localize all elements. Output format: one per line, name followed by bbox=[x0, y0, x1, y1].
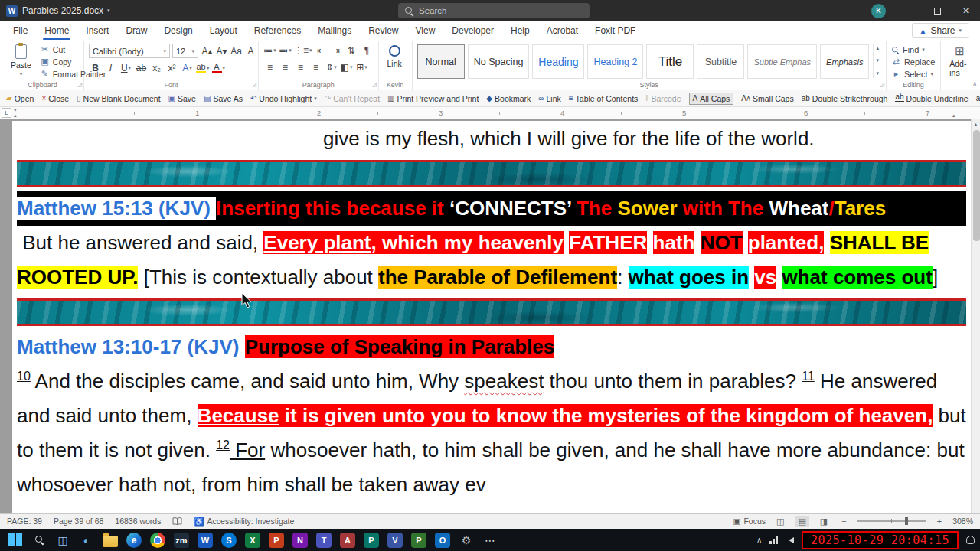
user-avatar[interactable]: K bbox=[871, 4, 886, 18]
tab-review[interactable]: Review bbox=[360, 22, 407, 39]
tab-view[interactable]: View bbox=[407, 22, 444, 39]
align-left-button[interactable]: ≡ bbox=[263, 60, 276, 74]
powerpoint-icon[interactable]: P bbox=[266, 530, 286, 550]
close-button[interactable]: × bbox=[952, 0, 980, 21]
outlook-icon[interactable]: O bbox=[433, 530, 452, 550]
skype-icon[interactable]: S bbox=[219, 530, 239, 550]
justify-button[interactable]: ≡ bbox=[309, 60, 322, 74]
tab-acrobat[interactable]: Acrobat bbox=[538, 22, 586, 39]
align-right-button[interactable]: ≡ bbox=[294, 60, 307, 74]
word-count[interactable]: 16836 words bbox=[115, 517, 161, 526]
horizontal-ruler[interactable]: L ▾ ▴ ▴ 1234567 bbox=[0, 107, 980, 119]
font-tool-button[interactable]: A bbox=[244, 44, 257, 58]
more-icon[interactable]: ⋯ bbox=[480, 530, 500, 550]
minimize-button[interactable] bbox=[895, 0, 923, 21]
collapse-ribbon-icon[interactable]: ∧ bbox=[972, 80, 977, 87]
file-explorer-icon[interactable] bbox=[100, 530, 120, 550]
zoom-in-button[interactable]: + bbox=[934, 516, 945, 527]
chrome-icon[interactable] bbox=[148, 530, 168, 550]
tab-stop-selector[interactable]: L bbox=[2, 108, 11, 118]
bullets-button[interactable]: ≔▾ bbox=[263, 44, 276, 57]
tray-chevron-icon[interactable]: ∧ bbox=[756, 536, 762, 544]
decrease-indent-button[interactable]: ⇤ bbox=[315, 44, 328, 57]
qat-double-strikethrough[interactable]: abDouble Strikethrough bbox=[802, 94, 888, 103]
search-input[interactable]: Search bbox=[398, 3, 590, 18]
zoom-icon[interactable]: zm bbox=[172, 530, 191, 550]
qat-can-t-repeat[interactable]: ↷Can't Repeat bbox=[325, 94, 380, 103]
word-icon[interactable]: W bbox=[195, 530, 215, 550]
network-icon[interactable] bbox=[769, 536, 778, 544]
search-icon[interactable] bbox=[29, 530, 49, 550]
start-icon[interactable] bbox=[5, 530, 25, 550]
superscript-button[interactable]: x² bbox=[165, 61, 178, 75]
print-layout-button[interactable]: ▤ bbox=[795, 516, 808, 527]
link-button[interactable]: Link bbox=[384, 44, 406, 80]
qat-small-caps[interactable]: AᴀSmall Caps bbox=[741, 94, 793, 103]
qat-save-as[interactable]: ▤Save As bbox=[204, 94, 243, 103]
proofing-icon[interactable] bbox=[172, 517, 182, 526]
paste-button[interactable]: Paste ▾ bbox=[6, 44, 36, 80]
document-page[interactable]: give is my flesh, which I will give for … bbox=[12, 121, 971, 513]
document-title[interactable]: Parables 2025.docx ▾ bbox=[22, 5, 110, 16]
add-ins-button[interactable]: ⊞ Add-ins bbox=[946, 44, 974, 80]
tab-developer[interactable]: Developer bbox=[443, 22, 502, 39]
replace-button[interactable]: ⇄Replace bbox=[891, 57, 935, 67]
settings-icon[interactable]: ⚙ bbox=[456, 530, 476, 550]
font-tool-button[interactable]: Aa bbox=[230, 44, 243, 58]
font-tool-button[interactable]: A▾ bbox=[215, 44, 228, 58]
read-mode-button[interactable]: ◫ bbox=[773, 516, 787, 527]
dialog-launcher-icon[interactable]: ◿ bbox=[880, 82, 884, 88]
line-spacing-button[interactable]: ⇕▾ bbox=[325, 60, 338, 74]
scroll-up-icon[interactable]: ▲ bbox=[972, 119, 980, 129]
style-title[interactable]: Title bbox=[646, 44, 694, 79]
gallery-up-icon[interactable]: ▴ bbox=[876, 45, 879, 51]
page-field[interactable]: PAGE: 39 bbox=[7, 517, 42, 526]
qat-bookmark[interactable]: ◆Bookmark bbox=[486, 94, 531, 103]
style-normal[interactable]: Normal bbox=[417, 44, 465, 79]
tab-design[interactable]: Design bbox=[155, 22, 201, 39]
task-view-icon[interactable]: ◫ bbox=[53, 530, 73, 550]
tab-foxit-pdf[interactable]: Foxit PDF bbox=[586, 22, 644, 39]
qat-double-underline[interactable]: abDouble Underline bbox=[895, 93, 968, 103]
font-tool-button[interactable]: A▴ bbox=[201, 44, 214, 58]
scrollbar-thumb[interactable] bbox=[973, 130, 980, 241]
find-button[interactable]: Find▾ bbox=[891, 45, 935, 54]
align-center-button[interactable]: ≡ bbox=[279, 60, 292, 74]
increase-indent-button[interactable]: ⇥ bbox=[330, 44, 343, 57]
bold-button[interactable]: B bbox=[89, 61, 102, 75]
dialog-launcher-icon[interactable]: ◿ bbox=[78, 82, 82, 88]
borders-button[interactable]: ⊞▾ bbox=[355, 60, 368, 74]
text-effects-button[interactable]: A▾ bbox=[181, 61, 194, 75]
excel-icon[interactable]: X bbox=[243, 530, 263, 550]
vertical-scrollbar[interactable]: ▲ bbox=[971, 119, 980, 513]
font-name-combo[interactable]: Calibri (Body)▾ bbox=[89, 44, 170, 58]
sort-button[interactable]: ⇅ bbox=[345, 44, 358, 57]
qat-print-preview-and-print[interactable]: ▥Print Preview and Print bbox=[387, 94, 479, 103]
tab-references[interactable]: References bbox=[246, 22, 309, 39]
dialog-launcher-icon[interactable]: ◿ bbox=[372, 82, 376, 88]
notification-bell-icon[interactable] bbox=[966, 536, 975, 544]
focus-mode-button[interactable]: ▣Focus bbox=[733, 517, 766, 526]
qat-barcode[interactable]: ‖Barcode bbox=[645, 94, 681, 103]
numbering-button[interactable]: ≕▾ bbox=[279, 44, 292, 57]
tab-layout[interactable]: Layout bbox=[201, 22, 246, 39]
widgets-icon[interactable]: ◐ bbox=[77, 530, 96, 550]
style-emphasis[interactable]: Emphasis bbox=[820, 44, 869, 79]
zoom-slider-thumb[interactable] bbox=[905, 517, 908, 525]
gallery-down-icon[interactable]: ▾ bbox=[876, 57, 879, 64]
tab-mailings[interactable]: Mailings bbox=[309, 22, 360, 39]
qat-table-of-contents[interactable]: ≡Table of Contents bbox=[569, 94, 639, 103]
hanging-indent-marker[interactable]: ▴ bbox=[14, 112, 17, 119]
volume-icon[interactable] bbox=[786, 537, 794, 543]
tab-home[interactable]: Home bbox=[36, 22, 77, 39]
style-subtle-emphas[interactable]: Subtle Emphas bbox=[747, 44, 817, 79]
qat-link[interactable]: ∞Link bbox=[538, 94, 560, 103]
zoom-slider[interactable] bbox=[858, 520, 926, 522]
edge-icon[interactable]: e bbox=[124, 530, 144, 550]
project-icon[interactable]: P bbox=[409, 530, 429, 550]
strikethrough-button[interactable]: ab bbox=[135, 61, 148, 75]
select-button[interactable]: ▸Select▾ bbox=[891, 69, 935, 79]
style-heading[interactable]: Heading bbox=[532, 44, 584, 79]
style-subtitle[interactable]: Subtitle bbox=[697, 44, 744, 79]
page-number-indicator[interactable]: Page 39 of 68 bbox=[54, 517, 103, 526]
